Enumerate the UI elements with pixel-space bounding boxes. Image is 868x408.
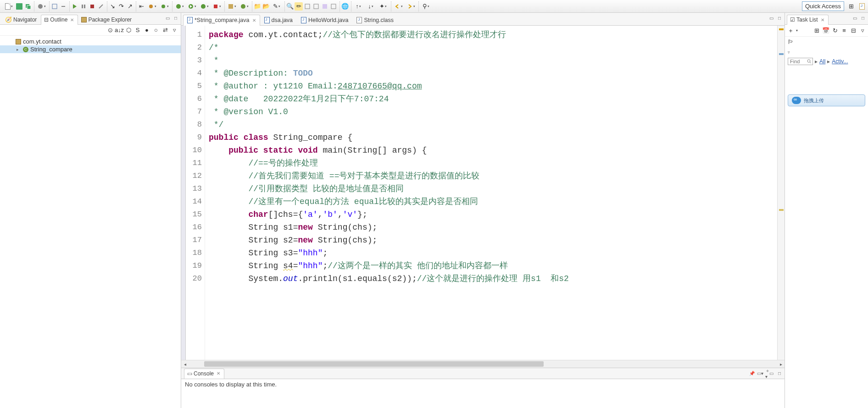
coverage-button[interactable] (198, 3, 210, 10)
minimize-view-button[interactable]: ▭ (164, 15, 171, 21)
task-filter-all[interactable]: All (819, 58, 825, 65)
editor-hscrollbar[interactable]: ◂ ▸ (181, 360, 785, 368)
toggle-b-button[interactable] (312, 2, 320, 11)
resume-button[interactable] (71, 2, 79, 11)
toggle-a-button[interactable] (303, 2, 312, 11)
close-icon[interactable]: ✕ (252, 18, 256, 23)
package-explorer-tab[interactable]: Package Explorer (78, 15, 136, 25)
minimize-console-button[interactable]: ▭ (768, 370, 774, 376)
task-expand-button[interactable]: ▿ (788, 50, 790, 55)
pin-button[interactable]: ⚲ (420, 3, 432, 10)
toggle-c-button[interactable] (321, 2, 329, 11)
new-java-button[interactable] (226, 3, 238, 10)
console-tab[interactable]: ▭Console✕ (184, 369, 224, 379)
minimize-task-button[interactable]: ▭ (851, 15, 858, 21)
step-over-button[interactable]: ↷ (117, 2, 125, 11)
scroll-left-button[interactable]: ◂ (181, 360, 189, 368)
step-into-button[interactable]: ↘ (108, 2, 117, 11)
task-filter-activate[interactable]: Activ... (832, 58, 848, 65)
prev-annot-button[interactable]: ↑ (352, 3, 364, 10)
link-editor-button[interactable] (59, 2, 67, 11)
close-icon[interactable]: ✕ (217, 371, 220, 376)
last-edit-button[interactable]: ✦ (377, 3, 389, 10)
folder-button[interactable]: 📂 (262, 2, 270, 11)
save-all-button[interactable] (24, 2, 32, 11)
cloud-icon (792, 97, 801, 104)
view-menu-button[interactable]: ▿ (171, 27, 178, 34)
sync-button[interactable]: ↻ (831, 27, 839, 34)
navigator-tab[interactable]: 🧭Navigator (2, 15, 41, 25)
open-perspective-button[interactable]: ⊞ (847, 2, 855, 11)
focus-task-button[interactable]: ⊙ (106, 27, 114, 34)
outline-tab[interactable]: ⊟Outline✕ (41, 15, 78, 25)
terminate-button[interactable] (88, 2, 96, 11)
tree-class-item[interactable]: ▸ C String_compare (0, 45, 181, 53)
editor-tab-helloworld[interactable]: HelloWorld.java (297, 15, 352, 26)
code-editor[interactable]: 1234567891011121314151617181920 package … (181, 26, 785, 360)
link-button[interactable]: ⇄ (161, 27, 169, 34)
overview-ruler[interactable] (777, 26, 785, 360)
task-presentation-button[interactable]: ⊟ (850, 27, 857, 34)
next-annot-button[interactable]: ↓ (365, 3, 377, 10)
console-display-button[interactable]: ▭▾ (757, 370, 763, 376)
scroll-right-button[interactable]: ▸ (777, 360, 785, 368)
close-icon[interactable]: ✕ (70, 17, 74, 22)
wand-button[interactable]: ✎ (271, 3, 283, 10)
expander-icon[interactable]: ▸ (17, 47, 21, 52)
task-list-tab[interactable]: ☑Task List✕ (787, 15, 829, 25)
maximize-task-button[interactable]: □ (860, 15, 866, 21)
task-flag-button[interactable]: 🏳 (788, 39, 794, 45)
line-number-gutter[interactable]: 1234567891011121314151617181920 (186, 26, 205, 360)
open-task-button[interactable]: 📁 (253, 2, 262, 11)
suspend-button[interactable] (79, 2, 88, 11)
console-pin-button[interactable]: 📌 (749, 370, 755, 376)
editor-tab-string-compare[interactable]: *String_compare.java✕ (183, 15, 260, 26)
categorize-button[interactable]: ⊞ (813, 27, 820, 34)
outline-tree[interactable]: com.yt.contact ▸ C String_compare (0, 36, 181, 408)
new-class-button[interactable] (238, 3, 250, 10)
skip-bp-button[interactable] (158, 3, 170, 10)
code-area[interactable]: package com.yt.contact;//这个包下的数据都要进行改名进行… (205, 26, 777, 360)
ext-tools-button[interactable] (211, 3, 223, 10)
maximize-editor-button[interactable]: □ (776, 15, 783, 21)
run-button[interactable] (186, 3, 198, 10)
quick-access-button[interactable]: Quick Access (802, 1, 844, 11)
hide-nonpublic-button[interactable]: ● (143, 27, 150, 34)
back-button[interactable] (392, 3, 404, 10)
drop-frame-button[interactable]: ⇤ (137, 2, 145, 11)
disconnect-button[interactable] (97, 2, 105, 11)
hide-fields-button[interactable]: ⬡ (125, 27, 132, 34)
task-view-menu-button[interactable]: ▿ (859, 27, 866, 34)
java-perspective-button[interactable] (858, 2, 866, 11)
toggle-mark-button[interactable] (50, 2, 59, 11)
close-icon[interactable]: ✕ (821, 17, 824, 22)
main-toolbar: ↘ ↷ ↗ ⇤ 📁 📂 ✎ 🔍 ✏ 🌐 ↑ ↓ ✦ (0, 0, 868, 13)
maximize-console-button[interactable]: □ (776, 370, 783, 376)
minimize-editor-button[interactable]: ▭ (768, 15, 774, 21)
new-task-button[interactable]: ＋ (787, 27, 794, 34)
forward-button[interactable] (405, 3, 417, 10)
hide-static-button[interactable]: S (134, 27, 141, 34)
sort-button[interactable]: a↓z (116, 27, 123, 34)
highlight-button[interactable]: ✏ (295, 2, 303, 11)
new-button[interactable] (3, 3, 15, 10)
hide-local-button[interactable]: ○ (152, 27, 160, 34)
scroll-thumb[interactable] (204, 361, 544, 367)
breakpoint-button[interactable] (146, 3, 158, 10)
task-find-input[interactable] (788, 58, 813, 65)
marker-ruler[interactable] (181, 26, 186, 360)
open-type-button[interactable] (35, 3, 47, 10)
step-return-button[interactable]: ↗ (126, 2, 134, 11)
collapse-button[interactable]: ≡ (840, 27, 848, 34)
editor-tab-string-class[interactable]: String.class (352, 15, 398, 26)
cloud-upload-button[interactable]: 拖拽上传 (788, 94, 865, 106)
toggle-d-button[interactable] (329, 2, 338, 11)
debug-button[interactable] (173, 3, 185, 10)
save-button[interactable] (15, 2, 23, 11)
maximize-view-button[interactable]: □ (172, 15, 179, 21)
web-button[interactable]: 🌐 (341, 2, 349, 11)
focus-workweek-button[interactable]: 📅 (822, 27, 829, 34)
editor-tab-dsa[interactable]: dsa.java (260, 15, 297, 26)
search-button[interactable]: 🔍 (286, 2, 294, 11)
tree-package-item[interactable]: com.yt.contact (0, 38, 181, 45)
